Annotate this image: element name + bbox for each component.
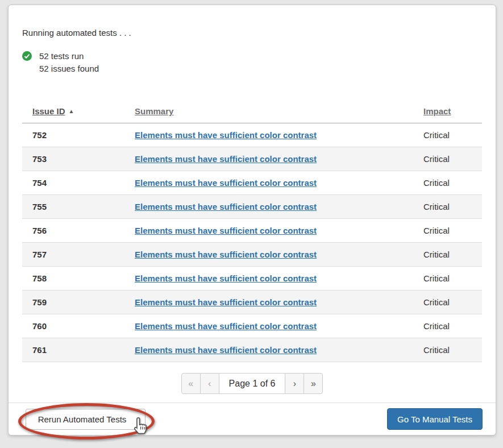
impact-cell: Critical xyxy=(413,291,482,314)
pagination-next-button[interactable]: › xyxy=(285,373,304,394)
column-header-summary[interactable]: Summary xyxy=(124,106,413,123)
issue-id-cell: 755 xyxy=(22,195,124,219)
table-row: 760Elements must have sufficient color c… xyxy=(22,314,482,338)
issue-id-cell: 758 xyxy=(22,267,124,291)
summary-cell: Elements must have sufficient color cont… xyxy=(124,171,413,195)
go-to-manual-tests-button[interactable]: Go To Manual Tests xyxy=(387,408,483,430)
summary-cell: Elements must have sufficient color cont… xyxy=(124,243,413,267)
tests-run-text: 52 tests run xyxy=(39,50,99,63)
impact-cell: Critical xyxy=(413,147,482,171)
summary-cell: Elements must have sufficient color cont… xyxy=(124,123,413,147)
status-lines: 52 tests run 52 issues found xyxy=(39,50,99,75)
issue-summary-link[interactable]: Elements must have sufficient color cont… xyxy=(135,345,317,355)
running-status-text: Running automated tests . . . xyxy=(22,5,482,38)
issues-table: Issue ID▲ Summary Impact 752Elements mus… xyxy=(22,106,482,362)
table-row: 752Elements must have sufficient color c… xyxy=(22,123,482,147)
column-header-impact[interactable]: Impact xyxy=(413,106,482,123)
card-footer: Rerun Automated Tests Go To Manual Tests xyxy=(9,403,496,435)
issue-id-cell: 754 xyxy=(22,171,124,195)
table-header-row: Issue ID▲ Summary Impact xyxy=(22,106,482,123)
pagination-prev-button[interactable]: ‹ xyxy=(200,373,219,394)
issue-id-cell: 759 xyxy=(22,291,124,314)
issue-summary-link[interactable]: Elements must have sufficient color cont… xyxy=(135,178,317,188)
issue-summary-link[interactable]: Elements must have sufficient color cont… xyxy=(135,321,317,331)
check-circle-icon xyxy=(22,51,32,61)
issue-id-cell: 757 xyxy=(22,243,124,267)
table-row: 757Elements must have sufficient color c… xyxy=(22,243,482,267)
sort-ascending-icon: ▲ xyxy=(69,108,74,114)
impact-cell: Critical xyxy=(413,123,482,147)
issue-summary-link[interactable]: Elements must have sufficient color cont… xyxy=(135,273,317,283)
issue-id-cell: 752 xyxy=(22,123,124,147)
issue-id-cell: 753 xyxy=(22,147,124,171)
impact-cell: Critical xyxy=(413,314,482,338)
table-row: 759Elements must have sufficient color c… xyxy=(22,291,482,314)
table-row: 761Elements must have sufficient color c… xyxy=(22,338,482,362)
test-status-summary: 52 tests run 52 issues found xyxy=(22,50,482,75)
issue-summary-link[interactable]: Elements must have sufficient color cont… xyxy=(135,202,317,211)
issue-summary-link[interactable]: Elements must have sufficient color cont… xyxy=(135,250,317,259)
table-row: 755Elements must have sufficient color c… xyxy=(22,195,482,219)
issue-summary-link[interactable]: Elements must have sufficient color cont… xyxy=(135,130,317,140)
automated-tests-results-card: Running automated tests . . . 52 tests r… xyxy=(8,5,496,435)
pagination: « ‹ Page 1 of 6 › » xyxy=(22,373,482,394)
summary-cell: Elements must have sufficient color cont… xyxy=(124,314,413,338)
issue-id-cell: 756 xyxy=(22,219,124,243)
table-row: 753Elements must have sufficient color c… xyxy=(22,147,482,171)
pagination-page-label: Page 1 of 6 xyxy=(219,373,286,394)
summary-cell: Elements must have sufficient color cont… xyxy=(124,219,413,243)
summary-cell: Elements must have sufficient color cont… xyxy=(124,338,413,362)
impact-cell: Critical xyxy=(413,219,482,243)
rerun-automated-tests-button[interactable]: Rerun Automated Tests xyxy=(26,409,146,430)
issue-summary-link[interactable]: Elements must have sufficient color cont… xyxy=(135,154,317,164)
table-row: 758Elements must have sufficient color c… xyxy=(22,267,482,291)
issue-summary-link[interactable]: Elements must have sufficient color cont… xyxy=(135,226,317,235)
summary-cell: Elements must have sufficient color cont… xyxy=(124,291,413,314)
impact-cell: Critical xyxy=(413,171,482,195)
pagination-last-button[interactable]: » xyxy=(304,373,323,394)
summary-cell: Elements must have sufficient color cont… xyxy=(124,195,413,219)
issues-table-body: 752Elements must have sufficient color c… xyxy=(22,123,482,362)
impact-cell: Critical xyxy=(413,267,482,291)
impact-cell: Critical xyxy=(413,338,482,362)
column-header-issue-id[interactable]: Issue ID▲ xyxy=(22,106,124,123)
issue-id-cell: 761 xyxy=(22,338,124,362)
table-row: 754Elements must have sufficient color c… xyxy=(22,171,482,195)
issue-summary-link[interactable]: Elements must have sufficient color cont… xyxy=(135,297,317,307)
issues-found-text: 52 issues found xyxy=(39,63,99,75)
table-row: 756Elements must have sufficient color c… xyxy=(22,219,482,243)
summary-cell: Elements must have sufficient color cont… xyxy=(124,147,413,171)
summary-cell: Elements must have sufficient color cont… xyxy=(124,267,413,291)
issue-id-cell: 760 xyxy=(22,314,124,338)
pagination-first-button[interactable]: « xyxy=(181,373,201,394)
impact-cell: Critical xyxy=(413,195,482,219)
impact-cell: Critical xyxy=(413,243,482,267)
